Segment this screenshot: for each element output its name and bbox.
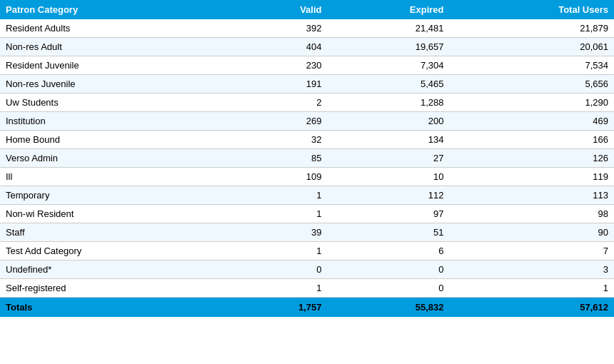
table-row: Institution269200469 <box>0 112 614 131</box>
totals-valid: 1,757 <box>234 298 327 318</box>
cell-expired: 7,304 <box>328 56 450 75</box>
cell-valid: 191 <box>234 75 327 93</box>
cell-expired: 51 <box>328 223 450 242</box>
cell-category: Temporary <box>0 186 234 205</box>
cell-expired: 1,288 <box>328 93 450 112</box>
table-row: Self-registered101 <box>0 279 614 298</box>
cell-category: Non-res Juvenile <box>0 75 234 93</box>
cell-total: 469 <box>449 112 614 131</box>
cell-valid: 109 <box>234 168 327 186</box>
patron-category-table: Patron Category Valid Expired Total User… <box>0 0 614 317</box>
table-row: Test Add Category167 <box>0 242 614 261</box>
cell-category: Home Bound <box>0 131 234 149</box>
table-row: Non-res Adult40419,65720,061 <box>0 38 614 56</box>
cell-expired: 19,657 <box>328 38 450 56</box>
cell-category: Uw Students <box>0 93 234 112</box>
cell-category: Non-res Adult <box>0 38 234 56</box>
cell-valid: 404 <box>234 38 327 56</box>
header-total-users: Total Users <box>449 0 614 19</box>
cell-expired: 27 <box>328 149 450 168</box>
cell-expired: 6 <box>328 242 450 261</box>
table-row: Home Bound32134166 <box>0 131 614 149</box>
table-row: Ill10910119 <box>0 168 614 186</box>
table-row: Verso Admin8527126 <box>0 149 614 168</box>
cell-total: 1 <box>449 279 614 298</box>
cell-category: Non-wi Resident <box>0 205 234 223</box>
cell-valid: 392 <box>234 19 327 38</box>
cell-total: 113 <box>449 186 614 205</box>
cell-category: Ill <box>0 168 234 186</box>
table-row: Resident Adults39221,48121,879 <box>0 19 614 38</box>
cell-total: 3 <box>449 261 614 279</box>
cell-expired: 10 <box>328 168 450 186</box>
totals-total: 57,612 <box>449 298 614 318</box>
cell-total: 5,656 <box>449 75 614 93</box>
cell-expired: 5,465 <box>328 75 450 93</box>
cell-category: Self-registered <box>0 279 234 298</box>
table-header-row: Patron Category Valid Expired Total User… <box>0 0 614 19</box>
header-expired: Expired <box>328 0 450 19</box>
cell-valid: 269 <box>234 112 327 131</box>
cell-valid: 1 <box>234 205 327 223</box>
cell-total: 1,290 <box>449 93 614 112</box>
cell-expired: 0 <box>328 261 450 279</box>
cell-expired: 97 <box>328 205 450 223</box>
cell-expired: 21,481 <box>328 19 450 38</box>
header-patron-category: Patron Category <box>0 0 234 19</box>
cell-valid: 85 <box>234 149 327 168</box>
cell-total: 166 <box>449 131 614 149</box>
cell-valid: 39 <box>234 223 327 242</box>
cell-valid: 1 <box>234 279 327 298</box>
cell-expired: 200 <box>328 112 450 131</box>
cell-category: Resident Adults <box>0 19 234 38</box>
table-row: Non-res Juvenile1915,4655,656 <box>0 75 614 93</box>
cell-category: Undefined* <box>0 261 234 279</box>
cell-total: 7,534 <box>449 56 614 75</box>
cell-valid: 0 <box>234 261 327 279</box>
cell-category: Staff <box>0 223 234 242</box>
totals-expired: 55,832 <box>328 298 450 318</box>
header-valid: Valid <box>234 0 327 19</box>
cell-valid: 1 <box>234 242 327 261</box>
cell-category: Verso Admin <box>0 149 234 168</box>
cell-total: 119 <box>449 168 614 186</box>
cell-valid: 32 <box>234 131 327 149</box>
cell-total: 20,061 <box>449 38 614 56</box>
cell-total: 7 <box>449 242 614 261</box>
cell-valid: 1 <box>234 186 327 205</box>
cell-category: Institution <box>0 112 234 131</box>
cell-expired: 134 <box>328 131 450 149</box>
cell-category: Resident Juvenile <box>0 56 234 75</box>
table-row: Non-wi Resident19798 <box>0 205 614 223</box>
totals-row: Totals 1,757 55,832 57,612 <box>0 298 614 318</box>
cell-total: 21,879 <box>449 19 614 38</box>
table-row: Undefined*003 <box>0 261 614 279</box>
cell-total: 126 <box>449 149 614 168</box>
totals-label: Totals <box>0 298 234 318</box>
cell-total: 90 <box>449 223 614 242</box>
cell-valid: 2 <box>234 93 327 112</box>
cell-expired: 0 <box>328 279 450 298</box>
table-row: Uw Students21,2881,290 <box>0 93 614 112</box>
cell-total: 98 <box>449 205 614 223</box>
cell-valid: 230 <box>234 56 327 75</box>
table-row: Resident Juvenile2307,3047,534 <box>0 56 614 75</box>
cell-category: Test Add Category <box>0 242 234 261</box>
table-row: Temporary1112113 <box>0 186 614 205</box>
table-row: Staff395190 <box>0 223 614 242</box>
cell-expired: 112 <box>328 186 450 205</box>
